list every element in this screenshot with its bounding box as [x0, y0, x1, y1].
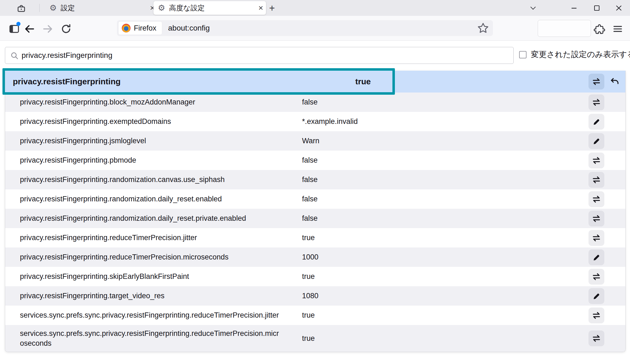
back-arrow-icon [23, 23, 36, 35]
firefox-view-button[interactable] [14, 3, 25, 13]
pref-value: false [302, 98, 318, 106]
site-identity-chip[interactable]: Firefox [118, 21, 162, 35]
pref-name: privacy.resistFingerprinting.randomizati… [5, 213, 282, 223]
pref-row[interactable]: privacy.resistFingerprinting.pbmode fals… [5, 151, 625, 170]
pref-row[interactable]: privacy.resistFingerprinting.exemptedDom… [5, 112, 625, 131]
pref-row[interactable]: privacy.resistFingerprinting.reduceTimer… [5, 228, 625, 247]
pref-name: privacy.resistFingerprinting.pbmode [5, 155, 282, 165]
pref-value: Warn [302, 137, 320, 145]
notification-dot [16, 22, 20, 26]
pref-row[interactable]: privacy.resistFingerprinting.target_vide… [5, 286, 625, 306]
pref-value: false [302, 156, 318, 165]
pref-name: privacy.resistFingerprinting.reduceTimer… [5, 233, 282, 243]
browser-window: ⚙ 設定 × ⚙ 高度な設定 × + [0, 0, 630, 364]
pref-row[interactable]: privacy.resistFingerprinting.randomizati… [5, 189, 625, 209]
site-chip-label: Firefox [134, 24, 156, 32]
toolbar-search-box[interactable] [538, 20, 591, 37]
pref-name: services.sync.prefs.sync.privacy.resistF… [5, 329, 282, 348]
toggle-pref-button[interactable] [588, 211, 604, 226]
pref-value: false [302, 195, 318, 203]
toggle-pref-button[interactable] [588, 94, 604, 110]
list-all-tabs-button[interactable] [527, 2, 539, 13]
pref-name: privacy.resistFingerprinting [5, 77, 121, 86]
show-modified-only-control[interactable]: 変更された設定のみ表示する [519, 49, 630, 60]
pref-row[interactable]: privacy.resistFingerprinting.randomizati… [5, 170, 625, 189]
pref-row[interactable]: services.sync.prefs.sync.privacy.resistF… [5, 306, 625, 325]
pref-name: privacy.resistFingerprinting.exemptedDom… [5, 117, 282, 126]
forward-arrow-icon [42, 23, 54, 35]
bookmark-star-button[interactable] [477, 22, 490, 35]
modified-only-label: 変更された設定のみ表示する [531, 49, 630, 60]
pref-name: services.sync.prefs.sync.privacy.resistF… [5, 310, 282, 320]
selected-pref-row[interactable]: privacy.resistFingerprinting true [5, 71, 625, 93]
reload-button[interactable] [60, 23, 72, 35]
app-menu-button[interactable] [612, 23, 624, 35]
pref-name: privacy.resistFingerprinting.randomizati… [5, 175, 282, 184]
tab-separator [39, 4, 40, 12]
tab-settings[interactable]: ⚙ 設定 × [45, 1, 158, 15]
toggle-pref-button[interactable] [588, 230, 604, 246]
edit-pref-button[interactable] [588, 288, 604, 304]
back-button[interactable] [23, 23, 36, 35]
pref-value: false [302, 175, 318, 184]
pref-row[interactable]: services.sync.prefs.sync.privacy.resistF… [5, 325, 625, 352]
modified-only-checkbox[interactable] [519, 51, 527, 58]
star-icon [477, 22, 490, 35]
reset-pref-button[interactable] [607, 74, 623, 89]
pref-value: 1080 [302, 292, 318, 300]
tab-label: 高度な設定 [169, 3, 256, 13]
toggle-pref-button[interactable] [588, 172, 604, 188]
undo-icon [610, 77, 620, 86]
config-search-input[interactable] [5, 47, 514, 64]
puzzle-piece-icon [593, 23, 605, 35]
pref-row[interactable]: privacy.resistFingerprinting.block_mozAd… [5, 93, 625, 112]
toggle-pref-button[interactable] [588, 269, 604, 285]
pref-name: privacy.resistFingerprinting.reduceTimer… [5, 252, 282, 262]
toggle-pref-button[interactable] [588, 153, 604, 168]
pref-row[interactable]: privacy.resistFingerprinting.skipEarlyBl… [5, 267, 625, 286]
pref-value: true [355, 77, 371, 86]
url-bar[interactable]: Firefox about:config [117, 20, 493, 36]
firefox-logo-icon [122, 24, 131, 32]
hamburger-menu-icon [612, 23, 624, 35]
gear-icon: ⚙ [49, 4, 57, 12]
toggle-pref-button[interactable] [588, 330, 604, 346]
close-icon [613, 2, 625, 13]
toggle-pref-button[interactable] [588, 191, 604, 207]
pref-row[interactable]: privacy.resistFingerprinting.jsmloglevel… [5, 131, 625, 151]
pref-name: privacy.resistFingerprinting.randomizati… [5, 194, 282, 204]
minimize-icon [568, 2, 580, 13]
edit-pref-button[interactable] [588, 114, 604, 130]
prefs-table: privacy.resistFingerprinting true privac… [5, 71, 626, 352]
pref-row[interactable]: privacy.resistFingerprinting.reduceTimer… [5, 247, 625, 267]
pref-value: true [302, 334, 315, 343]
close-tab-icon[interactable]: × [256, 3, 266, 13]
toolbox-icon [16, 3, 23, 14]
reload-icon [60, 23, 72, 35]
gear-icon: ⚙ [158, 4, 165, 12]
pref-value: *.example.invalid [302, 117, 358, 126]
edit-pref-button[interactable] [588, 249, 604, 265]
forward-button[interactable] [42, 23, 54, 35]
pref-value: true [302, 234, 315, 242]
toggle-pref-button[interactable] [588, 74, 604, 89]
tab-advanced-settings[interactable]: ⚙ 高度な設定 × [153, 1, 266, 15]
pref-row[interactable]: privacy.resistFingerprinting.randomizati… [5, 209, 625, 228]
toggle-pref-button[interactable] [588, 308, 604, 323]
pref-value: true [302, 272, 315, 281]
pref-name: privacy.resistFingerprinting.block_mozAd… [5, 97, 282, 107]
minimize-button[interactable] [568, 2, 580, 13]
extensions-button[interactable] [593, 23, 605, 35]
prefs-list: privacy.resistFingerprinting.block_mozAd… [5, 93, 625, 352]
url-text[interactable]: about:config [168, 24, 477, 32]
maximize-icon [591, 2, 603, 13]
maximize-button[interactable] [591, 2, 603, 13]
close-window-button[interactable] [613, 2, 625, 13]
new-tab-button[interactable]: + [267, 3, 277, 14]
tab-label: 設定 [61, 3, 147, 13]
edit-pref-button[interactable] [588, 133, 604, 149]
pref-value: 1000 [302, 253, 318, 261]
tab-bar: ⚙ 設定 × ⚙ 高度な設定 × + [0, 0, 630, 16]
chevron-down-icon [527, 2, 539, 13]
navigation-toolbar: Firefox about:config [0, 16, 630, 41]
